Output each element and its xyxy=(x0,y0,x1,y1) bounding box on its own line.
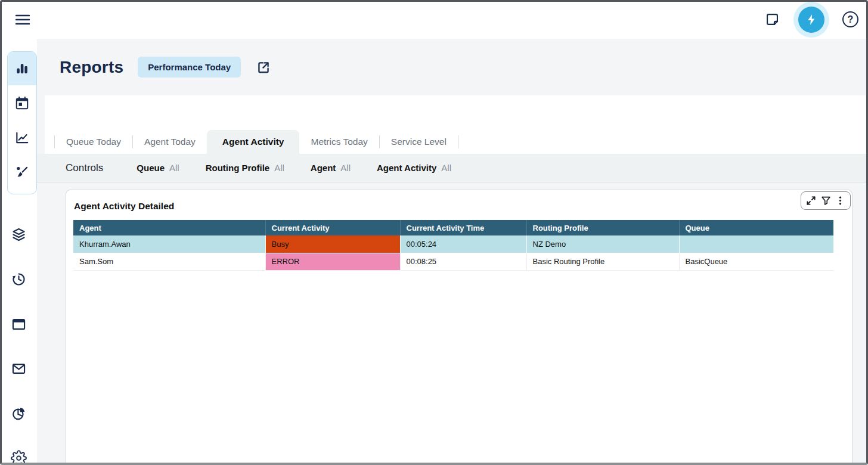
external-link-icon xyxy=(255,59,272,76)
history-icon xyxy=(11,271,27,287)
sidebar-item-history[interactable] xyxy=(0,257,37,302)
settings-gear-icon xyxy=(11,450,27,465)
note-icon xyxy=(764,11,780,27)
expand-button[interactable] xyxy=(806,196,816,206)
filter-agent-label: Agent xyxy=(311,163,336,173)
cell-current-activity: Busy xyxy=(265,235,400,253)
layers-icon xyxy=(11,227,27,243)
page-header: Reports Performance Today xyxy=(37,39,868,95)
sidebar-item-line-chart[interactable] xyxy=(8,121,36,154)
column-header-queue[interactable]: Queue xyxy=(679,220,833,235)
hamburger-menu-button[interactable] xyxy=(13,11,32,29)
agent-activity-card: Agent Activity Detailed Agent Current Ac… xyxy=(66,190,852,465)
feedback-note-button[interactable] xyxy=(764,11,780,27)
filter-queue-value: All xyxy=(169,163,179,173)
card-toolbar xyxy=(801,191,851,210)
sidebar-item-layers[interactable] xyxy=(0,212,37,257)
cell-queue: BasicQueue xyxy=(679,253,833,270)
table-row[interactable]: Khurram.Awan Busy 00:05:24 NZ Demo xyxy=(73,235,833,253)
mail-icon xyxy=(11,361,27,377)
brush-icon xyxy=(14,165,30,180)
tab-agent-activity[interactable]: Agent Activity xyxy=(207,130,300,154)
cell-routing-profile: NZ Demo xyxy=(526,235,679,253)
cell-queue xyxy=(679,235,833,253)
filter-agent-activity[interactable]: Agent Activity All xyxy=(377,163,451,173)
sidebar-item-settings[interactable] xyxy=(0,436,37,465)
filter-agent[interactable]: Agent All xyxy=(311,163,351,173)
hamburger-icon xyxy=(14,13,31,27)
controls-label: Controls xyxy=(66,162,103,174)
line-chart-icon xyxy=(14,130,30,145)
agent-activity-table: Agent Current Activity Current Activity … xyxy=(73,220,833,271)
cell-agent: Khurram.Awan xyxy=(73,235,265,253)
tab-service-level[interactable]: Service Level xyxy=(380,130,458,154)
quick-actions-halo xyxy=(793,2,829,38)
main-content: Reports Performance Today Queue Today Ag… xyxy=(37,39,868,465)
cell-current-activity: ERROR xyxy=(265,253,400,270)
more-options-button[interactable] xyxy=(835,196,845,206)
cell-current-activity-time: 00:05:24 xyxy=(400,235,526,253)
page-title: Reports xyxy=(60,58,123,77)
filter-agent-activity-value: All xyxy=(441,163,451,173)
sidebar-item-pie-chart[interactable] xyxy=(0,391,37,436)
tab-strip: Queue Today Agent Today Agent Activity M… xyxy=(45,95,868,154)
cell-agent: Sam.Som xyxy=(73,253,265,270)
filter-queue-label: Queue xyxy=(137,163,165,173)
help-icon: ? xyxy=(842,11,858,27)
column-header-current-activity[interactable]: Current Activity xyxy=(265,220,400,235)
sidebar-item-design-brush[interactable] xyxy=(8,156,36,189)
tabs: Queue Today Agent Today Agent Activity M… xyxy=(45,130,458,154)
sidebar-reports-group xyxy=(7,51,37,194)
sidebar-item-bar-chart[interactable] xyxy=(8,52,36,85)
tab-queue-today[interactable]: Queue Today xyxy=(55,130,132,154)
cell-routing-profile: Basic Routing Profile xyxy=(526,253,679,270)
browser-window-icon xyxy=(11,316,27,332)
sidebar-item-browser[interactable] xyxy=(0,302,37,346)
table-row[interactable]: Sam.Som ERROR 00:08:25 Basic Routing Pro… xyxy=(73,253,833,270)
help-button[interactable]: ? xyxy=(842,11,858,27)
pie-chart-icon xyxy=(11,405,27,421)
tab-metrics-today[interactable]: Metrics Today xyxy=(299,130,379,154)
filter-routing-profile[interactable]: Routing Profile All xyxy=(206,163,284,173)
expand-icon xyxy=(806,196,816,206)
table-header-row: Agent Current Activity Current Activity … xyxy=(73,220,833,235)
tab-agent-today[interactable]: Agent Today xyxy=(133,130,207,154)
sidebar-item-mail[interactable] xyxy=(0,346,37,391)
filter-agent-activity-label: Agent Activity xyxy=(377,163,436,173)
sidebar xyxy=(0,39,37,465)
filter-button[interactable] xyxy=(821,196,831,206)
calendar-icon xyxy=(14,95,30,111)
quick-actions-button[interactable] xyxy=(798,7,824,33)
open-external-button[interactable] xyxy=(255,59,272,76)
filter-routing-profile-value: All xyxy=(274,163,284,173)
column-header-agent[interactable]: Agent xyxy=(73,220,265,235)
performance-today-badge[interactable]: Performance Today xyxy=(138,57,241,78)
filter-queue[interactable]: Queue All xyxy=(137,163,179,173)
tab-divider xyxy=(458,135,458,148)
filter-routing-profile-label: Routing Profile xyxy=(206,163,270,173)
vertical-ellipsis-icon xyxy=(835,196,845,206)
sidebar-item-calendar[interactable] xyxy=(8,86,36,120)
column-header-current-activity-time[interactable]: Current Activity Time xyxy=(400,220,526,235)
cell-current-activity-time: 00:08:25 xyxy=(400,253,526,270)
filter-agent-value: All xyxy=(340,163,351,173)
topbar-actions: ? xyxy=(764,0,858,39)
topbar: ? xyxy=(0,0,868,39)
controls-bar: Controls Queue All Routing Profile All A… xyxy=(37,154,868,182)
bar-chart-icon xyxy=(14,61,30,76)
column-header-routing-profile[interactable]: Routing Profile xyxy=(526,220,679,235)
lightning-icon xyxy=(805,13,818,26)
filter-funnel-icon xyxy=(821,196,831,206)
card-title: Agent Activity Detailed xyxy=(74,201,852,212)
sidebar-tools-list xyxy=(0,212,37,465)
